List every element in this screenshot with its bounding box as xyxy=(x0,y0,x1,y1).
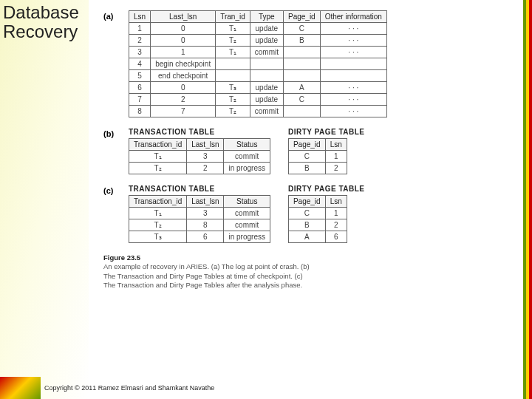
col-header: Other information xyxy=(320,11,386,23)
cell xyxy=(283,58,320,70)
dirty-page-table-c: Page_idLsnC1B2A6 xyxy=(288,195,347,243)
cell: T₃ xyxy=(216,82,250,94)
table-row: C1 xyxy=(288,208,347,219)
cell: · · · xyxy=(320,47,386,58)
panel-a: (a) LsnLast_lsnTran_idTypePage_idOther i… xyxy=(103,10,517,117)
cell: 7 xyxy=(151,106,216,117)
cell xyxy=(320,58,386,70)
cell: C xyxy=(283,23,320,35)
cell: 1 xyxy=(325,151,347,163)
cell xyxy=(283,70,320,82)
cell: 8 xyxy=(187,219,224,231)
background-wash xyxy=(0,0,89,399)
table-row: T₁3commit xyxy=(129,208,270,219)
cell: 2 xyxy=(187,163,224,174)
cell: commit xyxy=(224,151,270,163)
col-header: Lsn xyxy=(325,196,347,208)
transaction-table-b: Transaction_idLast_lsnStatusT₁3commitT₂2… xyxy=(129,138,270,174)
table-row: 31T₁commit· · · xyxy=(129,47,387,58)
cell: begin checkpoint xyxy=(151,58,216,70)
cell: in progress xyxy=(224,231,270,243)
cell: 6 xyxy=(325,231,347,243)
cell: · · · xyxy=(320,35,386,47)
col-header: Lsn xyxy=(129,11,151,23)
cell: 3 xyxy=(187,151,224,163)
panel-c-dirty-wrap: DIRTY PAGE TABLE Page_idLsnC1B2A6 xyxy=(288,185,365,243)
table-row: 5end checkpoint xyxy=(129,70,387,82)
cell xyxy=(283,106,320,117)
cell: commit xyxy=(224,208,270,219)
cell: T₃ xyxy=(129,231,187,243)
table-row: T₂8commit xyxy=(129,219,270,231)
cell xyxy=(216,58,250,70)
cell: update xyxy=(250,94,283,106)
cell: update xyxy=(250,35,283,47)
table-row: 20T₂updateB· · · xyxy=(129,35,387,47)
cell: T₁ xyxy=(129,151,187,163)
cell xyxy=(320,70,386,82)
col-header: Page_id xyxy=(288,139,325,151)
cell: B xyxy=(288,163,325,174)
slide-title: Database Recovery xyxy=(3,3,79,42)
stripe-red xyxy=(529,0,532,399)
caption-line-2: The Transaction and Dirty Page Tables at… xyxy=(103,272,303,280)
copyright-text: Copyright © 2011 Ramez Elmasri and Shamk… xyxy=(44,384,214,392)
panel-a-label: (a) xyxy=(103,10,121,21)
table-row: T₂2in progress xyxy=(129,163,270,174)
cell: · · · xyxy=(320,23,386,35)
cell: B xyxy=(288,219,325,231)
cell: T₂ xyxy=(216,94,250,106)
cell: commit xyxy=(250,106,283,117)
cell: 0 xyxy=(151,82,216,94)
table-row: A6 xyxy=(288,231,347,243)
cell: 8 xyxy=(129,106,151,117)
cell: 6 xyxy=(187,231,224,243)
panel-b-trans-title: TRANSACTION TABLE xyxy=(129,128,270,136)
cell: 2 xyxy=(129,35,151,47)
col-header: Status xyxy=(224,196,270,208)
cell: commit xyxy=(250,47,283,58)
panel-b: (b) TRANSACTION TABLE Transaction_idLast… xyxy=(103,128,517,174)
cell: 3 xyxy=(187,208,224,219)
table-row: T₁3commit xyxy=(129,151,270,163)
figure-number: Figure 23.5 xyxy=(103,253,140,262)
col-header: Page_id xyxy=(288,196,325,208)
table-row: 10T₁updateC· · · xyxy=(129,23,387,35)
cell: 2 xyxy=(325,163,347,174)
caption-line-3: The Transaction and Dirty Page Tables af… xyxy=(103,281,302,289)
table-row: C1 xyxy=(288,151,347,163)
transaction-table-c: Transaction_idLast_lsnStatusT₁3commitT₂8… xyxy=(129,195,270,243)
cell: · · · xyxy=(320,106,386,117)
col-header: Status xyxy=(224,139,270,151)
cell: in progress xyxy=(224,163,270,174)
cell: 1 xyxy=(129,23,151,35)
col-header: Transaction_id xyxy=(129,196,187,208)
table-row: B2 xyxy=(288,219,347,231)
panel-b-dirty-title: DIRTY PAGE TABLE xyxy=(288,128,365,136)
col-header: Transaction_id xyxy=(129,139,187,151)
panel-c: (c) TRANSACTION TABLE Transaction_idLast… xyxy=(103,185,517,243)
cell: 2 xyxy=(325,219,347,231)
cell: 4 xyxy=(129,58,151,70)
table-row: 87T₂commit· · · xyxy=(129,106,387,117)
cell: update xyxy=(250,82,283,94)
cell: C xyxy=(288,208,325,219)
figure-caption: Figure 23.5 An example of recovery in AR… xyxy=(103,253,517,290)
table-row: T₃6in progress xyxy=(129,231,270,243)
panel-c-trans-wrap: TRANSACTION TABLE Transaction_idLast_lsn… xyxy=(129,185,270,243)
cell: 1 xyxy=(325,208,347,219)
col-header: Page_id xyxy=(283,11,320,23)
dirty-page-table-b: Page_idLsnC1B2 xyxy=(288,138,347,174)
cell: C xyxy=(283,94,320,106)
panel-b-label: (b) xyxy=(103,128,121,138)
cell xyxy=(216,70,250,82)
col-header: Last_lsn xyxy=(187,196,224,208)
cell: 2 xyxy=(151,94,216,106)
cell: 0 xyxy=(151,35,216,47)
title-line-1: Database xyxy=(3,3,79,22)
cell: A xyxy=(288,231,325,243)
caption-line-1: An example of recovery in ARIES. (a) The… xyxy=(103,262,310,270)
cell: T₂ xyxy=(216,106,250,117)
cell: T₂ xyxy=(129,219,187,231)
cell: update xyxy=(250,23,283,35)
